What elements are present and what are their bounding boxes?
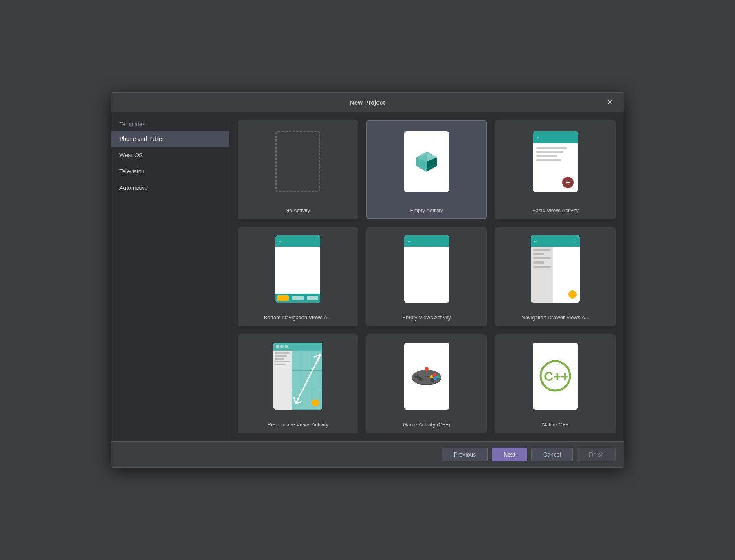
- template-preview-responsive: [238, 335, 357, 417]
- bottom-nav-dot: [292, 296, 304, 300]
- template-card-game[interactable]: Game Activity (C++): [366, 334, 487, 433]
- template-preview-nav-drawer: ← ⋮: [496, 228, 615, 310]
- basic-views-icon: ← +: [533, 131, 578, 192]
- template-card-native-cpp[interactable]: C++ Native C++: [495, 334, 616, 433]
- resp-left-panel: [273, 351, 292, 410]
- responsive-topbar: [273, 343, 322, 351]
- dialog-footer: Previous Next Cancel Finish: [111, 441, 624, 467]
- bottom-nav-active-dot: [277, 295, 289, 301]
- sidebar-item-phone-tablet[interactable]: Phone and Tablet: [111, 131, 229, 147]
- svg-text:C++: C++: [544, 369, 568, 384]
- close-button[interactable]: ✕: [605, 97, 616, 108]
- svg-point-12: [433, 373, 436, 377]
- template-label-empty-activity: Empty Activity: [367, 202, 486, 218]
- android-studio-icon: [414, 149, 439, 174]
- template-grid: No Activity: [238, 120, 616, 433]
- template-label-responsive: Responsive Views Activity: [238, 417, 357, 433]
- template-preview-no-activity: [238, 121, 357, 202]
- template-label-native-cpp: Native C++: [496, 417, 615, 433]
- svg-point-17: [430, 378, 434, 382]
- svg-rect-18: [425, 376, 426, 377]
- template-preview-bottom-nav: ← ⋮: [238, 228, 357, 310]
- template-label-basic-views: Basic Views Activity: [496, 202, 615, 218]
- sidebar-item-television[interactable]: Television: [111, 163, 229, 180]
- template-label-game: Game Activity (C++): [367, 417, 486, 433]
- template-preview-native-cpp: C++: [496, 335, 615, 417]
- template-card-empty-activity[interactable]: Empty Activity: [366, 120, 487, 219]
- template-card-nav-drawer[interactable]: ← ⋮ N: [495, 227, 616, 326]
- nav-drawer-topbar: ← ⋮: [531, 235, 580, 247]
- cpp-svg: C++: [539, 360, 572, 392]
- basic-views-fab: +: [562, 177, 574, 188]
- drawer-panel: [531, 247, 553, 303]
- empty-views-icon: ←: [404, 235, 449, 303]
- template-gallery: No Activity: [229, 112, 624, 441]
- next-button[interactable]: Next: [492, 448, 527, 461]
- svg-point-20: [425, 367, 429, 371]
- dialog-title: New Project: [285, 99, 450, 106]
- svg-point-13: [436, 375, 440, 378]
- responsive-icon: [273, 343, 322, 410]
- template-label-empty-views: Empty Views Activity: [367, 310, 486, 325]
- sidebar: Templates Phone and Tablet Wear OS Telev…: [111, 112, 229, 441]
- finish-button[interactable]: Finish: [577, 448, 616, 461]
- bottom-nav-dot: [307, 296, 318, 300]
- game-icon: [404, 343, 449, 410]
- template-preview-empty-views: ←: [367, 228, 486, 310]
- cancel-button[interactable]: Cancel: [531, 448, 573, 461]
- template-card-responsive[interactable]: Responsive Views Activity: [238, 334, 358, 433]
- empty-activity-icon: [404, 131, 449, 192]
- template-preview-empty-activity: [367, 121, 486, 202]
- gamepad-svg: [410, 365, 443, 387]
- sidebar-item-automotive[interactable]: Automotive: [111, 180, 229, 196]
- svg-point-15: [430, 375, 433, 378]
- dialog-header: New Project ✕: [111, 93, 624, 112]
- previous-button[interactable]: Previous: [442, 448, 488, 461]
- template-card-basic-views[interactable]: ← + Basic Views Activity: [495, 120, 616, 219]
- template-preview-basic-views: ← +: [496, 121, 615, 202]
- dialog-body: Templates Phone and Tablet Wear OS Telev…: [111, 112, 624, 441]
- template-label-nav-drawer: Navigation Drawer Views A...: [496, 310, 615, 325]
- template-preview-game: [367, 335, 486, 417]
- sidebar-heading: Templates: [111, 116, 229, 131]
- svg-rect-11: [417, 374, 418, 379]
- svg-point-16: [418, 377, 423, 381]
- nav-drawer-icon: ← ⋮: [531, 235, 580, 303]
- bottom-nav-icon: ← ⋮: [275, 235, 320, 303]
- svg-rect-19: [427, 376, 429, 377]
- template-label-bottom-nav: Bottom Navigation Views A...: [238, 310, 357, 325]
- cpp-icon: C++: [533, 343, 578, 410]
- responsive-fab: [312, 399, 319, 406]
- sidebar-item-wear-os[interactable]: Wear OS: [111, 147, 229, 163]
- template-card-empty-views[interactable]: ← Empty Views Activity: [366, 227, 487, 326]
- no-activity-icon: [275, 131, 320, 192]
- template-card-bottom-nav[interactable]: ← ⋮ Bottom Navigation Views A...: [238, 227, 358, 326]
- template-card-no-activity[interactable]: No Activity: [238, 120, 358, 219]
- nav-drawer-fab: [568, 290, 577, 299]
- new-project-dialog: New Project ✕ Templates Phone and Tablet…: [111, 92, 624, 468]
- template-label-no-activity: No Activity: [238, 202, 357, 218]
